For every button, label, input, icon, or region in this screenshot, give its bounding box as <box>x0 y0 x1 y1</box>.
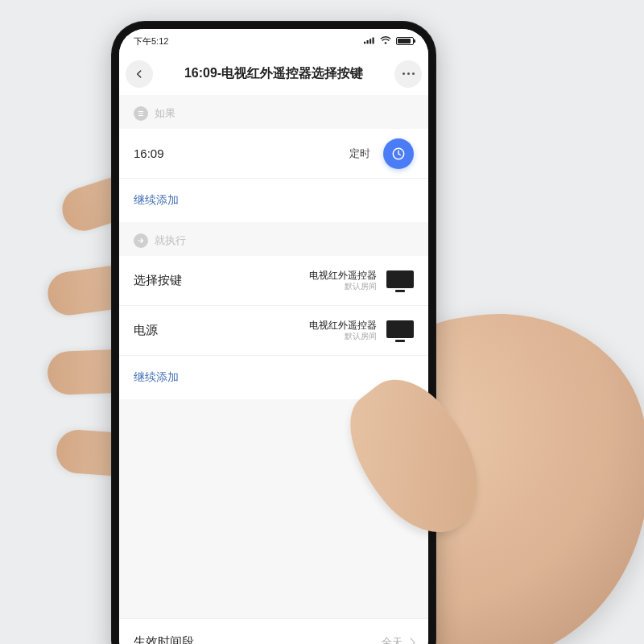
effective-period-row[interactable]: 生效时间段 全天 <box>119 618 428 644</box>
chevron-right-icon <box>406 638 415 644</box>
svg-rect-3 <box>373 38 374 44</box>
action-row[interactable]: 选择按键 电视红外遥控器 默认房间 <box>119 256 428 306</box>
phone-screen: 下午5:12 16:09-电视红外遥控器选择按键 <box>119 29 428 644</box>
action-row[interactable]: 电源 电视红外遥控器 默认房间 <box>119 306 428 356</box>
action-room: 默认房间 <box>309 282 377 292</box>
effective-period-value: 全天 <box>382 635 402 645</box>
page-title: 16:09-电视红外遥控器选择按键 <box>153 65 394 82</box>
svg-rect-1 <box>367 40 369 43</box>
action-device: 电视红外遥控器 <box>309 270 377 282</box>
action-title: 选择按键 <box>134 273 309 288</box>
more-icon <box>402 72 415 75</box>
signal-icon <box>364 36 375 46</box>
status-bar: 下午5:12 <box>119 29 428 53</box>
content: 如果 16:09 定时 继续添加 就执行 <box>119 95 428 644</box>
action-title: 电源 <box>134 323 309 338</box>
action-room: 默认房间 <box>309 332 377 342</box>
svg-rect-0 <box>364 42 365 44</box>
condition-time-value: 16:09 <box>134 147 349 160</box>
condition-time-row[interactable]: 16:09 定时 <box>119 129 428 179</box>
effective-period-label: 生效时间段 <box>134 634 382 644</box>
list-icon <box>134 106 148 121</box>
app-header: 16:09-电视红外遥控器选择按键 <box>119 53 428 95</box>
clock-icon <box>383 138 414 169</box>
svg-rect-2 <box>369 39 371 43</box>
wifi-icon <box>380 36 391 47</box>
condition-time-tag: 定时 <box>349 147 370 161</box>
arrow-icon <box>134 233 148 248</box>
if-continue-add[interactable]: 继续添加 <box>119 179 428 222</box>
more-button[interactable] <box>394 60 422 88</box>
tv-icon <box>386 320 414 338</box>
section-if: 如果 <box>119 95 428 129</box>
section-then-label: 就执行 <box>155 233 186 248</box>
phone-frame: 下午5:12 16:09-电视红外遥控器选择按键 <box>111 21 436 644</box>
section-if-label: 如果 <box>155 106 175 121</box>
battery-icon <box>396 37 414 45</box>
status-time: 下午5:12 <box>134 35 364 47</box>
back-button[interactable] <box>126 60 153 88</box>
action-device: 电视红外遥控器 <box>309 320 377 332</box>
section-then: 就执行 <box>119 222 428 256</box>
tv-icon <box>386 270 414 288</box>
